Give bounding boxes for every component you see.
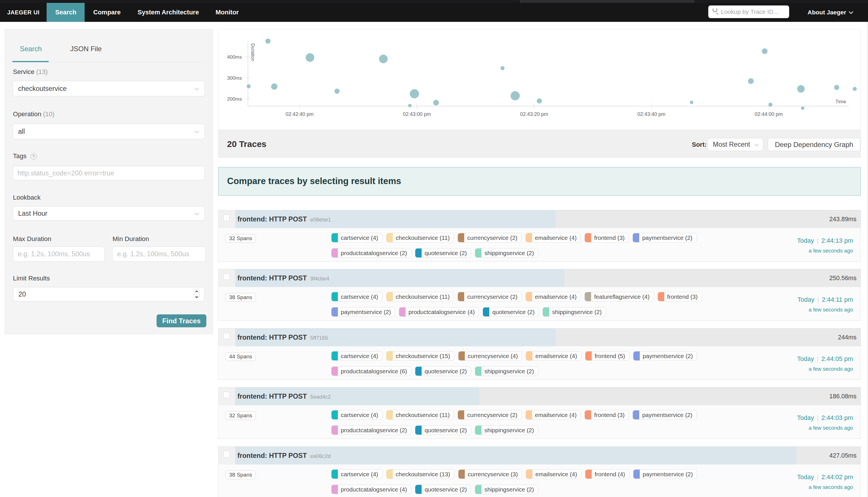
svg-text:Duration: Duration: [250, 43, 255, 61]
svg-text:Time: Time: [836, 99, 846, 104]
svg-text:300ms: 300ms: [227, 75, 242, 81]
svg-text:02:43:40 pm: 02:43:40 pm: [638, 111, 666, 117]
svg-text:02:43:20 pm: 02:43:20 pm: [520, 111, 548, 117]
svg-text:200ms: 200ms: [227, 96, 242, 102]
svg-text:02:42:40 pm: 02:42:40 pm: [285, 111, 313, 117]
svg-text:02:44:00 pm: 02:44:00 pm: [755, 111, 783, 117]
svg-text:02:43:00 pm: 02:43:00 pm: [403, 111, 431, 117]
svg-text:400ms: 400ms: [227, 54, 242, 60]
